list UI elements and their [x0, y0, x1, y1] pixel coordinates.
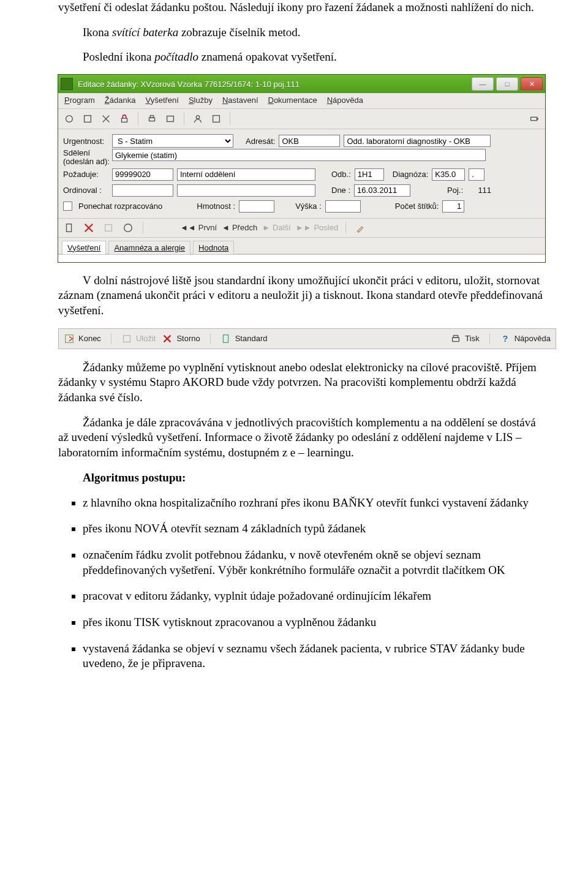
svg-point-6	[196, 116, 199, 119]
svg-rect-7	[213, 116, 220, 123]
tab-anamneza[interactable]: Anamnéza a alergie	[108, 241, 190, 254]
lock-icon[interactable]	[117, 111, 132, 126]
input-diagnoza[interactable]	[432, 168, 465, 181]
new-icon[interactable]	[62, 221, 77, 235]
toolbar-icon-1[interactable]	[62, 111, 77, 126]
input-odb[interactable]	[355, 168, 384, 181]
tab-vysetreni[interactable]: Vyšetření	[62, 241, 106, 254]
input-vyska[interactable]	[325, 200, 361, 213]
window-editace-zadanky: Editace žádanky: XVzorová Vzorka 776125/…	[58, 75, 545, 262]
toolbar-separator	[111, 333, 111, 344]
storno-icon[interactable]	[121, 221, 135, 235]
paragraph-5: Žádanky můžeme po vyplnění vytisknout an…	[58, 360, 545, 405]
svg-point-12	[124, 224, 132, 232]
label: Nápověda	[514, 334, 551, 343]
menu-napoveda[interactable]: Nápověda	[327, 96, 363, 105]
input-pocet-stitku[interactable]	[442, 200, 464, 213]
bullet-item: přes ikonu TISK vytisknout zpracovanou a…	[83, 615, 545, 630]
toolbar-icon-6[interactable]	[163, 111, 178, 126]
select-urgentnost[interactable]: S - Statim	[112, 134, 233, 148]
btn-ulozit[interactable]: Uložit	[121, 333, 156, 344]
nav-first[interactable]: ◄◄ První	[180, 223, 217, 232]
label-diagnoza: Diagnóza:	[393, 170, 429, 179]
nav-last[interactable]: ►► Posled	[296, 223, 338, 232]
toolbar-icon-8[interactable]	[209, 111, 224, 126]
menu-sluzby[interactable]: Služby	[189, 96, 213, 105]
input-ordinoval[interactable]	[112, 184, 173, 197]
btn-standard[interactable]: Standard	[221, 333, 268, 344]
brush-icon[interactable]	[353, 221, 368, 235]
toolbar-separator	[489, 333, 490, 344]
input-adresat-desc[interactable]	[344, 135, 491, 147]
svg-rect-16	[453, 338, 459, 341]
svg-rect-9	[537, 118, 538, 119]
menu-zadanka[interactable]: Žádanka	[105, 96, 136, 105]
text: Ikona	[83, 26, 112, 39]
menu-nastaveni[interactable]: Nastavení	[222, 96, 258, 105]
label: Standard	[235, 334, 268, 343]
battery-icon[interactable]	[527, 111, 541, 126]
menubar: Program Žádanka Vyšetření Služby Nastave…	[58, 93, 545, 109]
input-diagnoza-2[interactable]	[469, 168, 484, 181]
form-area: Urgentnost: S - Statim Adresát: Sdělení …	[58, 129, 545, 218]
btn-storno[interactable]: Storno	[162, 333, 200, 344]
person-icon[interactable]	[190, 111, 205, 126]
delete-icon[interactable]	[81, 221, 96, 235]
nav-next[interactable]: ► Další	[262, 223, 291, 232]
tab-bar: Vyšetření Anamnéza a alergie Hodnota	[58, 238, 545, 254]
input-ordinoval-2[interactable]	[177, 184, 315, 197]
text: Předch	[232, 223, 257, 232]
label-pozaduje: Požaduje:	[63, 170, 108, 179]
menu-program[interactable]: Program	[64, 96, 95, 105]
italic-text: počítadlo	[154, 50, 198, 63]
bullet-item: přes ikonu NOVÁ otevřít seznam 4 základn…	[83, 521, 545, 537]
save-icon[interactable]	[101, 221, 116, 235]
italic-text: svítící baterka	[112, 26, 178, 39]
btn-napoveda[interactable]: ? Nápověda	[500, 333, 551, 344]
input-adresat[interactable]	[279, 135, 340, 147]
svg-rect-3	[149, 118, 155, 121]
svg-rect-5	[167, 116, 174, 122]
titlebar[interactable]: Editace žádanky: XVzorová Vzorka 776125/…	[58, 75, 545, 93]
btn-konec[interactable]: Konec	[64, 333, 101, 344]
btn-tisk[interactable]: Tisk	[450, 333, 479, 344]
text: První	[198, 223, 217, 232]
input-pozaduje-oddeleni[interactable]	[177, 168, 315, 181]
toolbar-separator	[230, 113, 230, 125]
toolbar-editor: ◄◄ První ◄ Předch ► Další ►► Posled	[58, 218, 545, 238]
bullet-list: z hlavního okna hospitalizačního rozhran…	[58, 496, 545, 672]
input-sdeleni[interactable]	[112, 149, 486, 161]
svg-rect-10	[67, 224, 72, 232]
nav-prev[interactable]: ◄ Předch	[222, 223, 257, 232]
minimize-button[interactable]: —	[472, 77, 494, 91]
maximize-button[interactable]: □	[496, 77, 518, 91]
bottom-toolbar: Konec Uložit Storno Standard Tisk ? Nápo…	[58, 328, 556, 349]
bullet-item: pracovat v editoru žádanky, vyplnit údaj…	[83, 589, 545, 604]
toolbar-icon-2[interactable]	[80, 111, 95, 126]
label-dne: Dne :	[331, 186, 350, 195]
value-poj: 111	[467, 186, 491, 195]
input-hmotnost[interactable]	[239, 200, 274, 213]
menu-vysetreni[interactable]: Vyšetření	[145, 96, 178, 105]
toolbar-separator	[138, 113, 138, 125]
svg-text:?: ?	[502, 334, 508, 344]
svg-rect-17	[454, 335, 458, 338]
input-dne[interactable]	[354, 184, 410, 197]
menu-dokumentace[interactable]: Dokumentace	[268, 96, 317, 105]
svg-rect-11	[105, 224, 112, 231]
label-ordinoval: Ordinoval :	[63, 186, 108, 195]
label: Konec	[78, 334, 101, 343]
heading-algoritmus: Algoritmus postupu:	[58, 470, 545, 486]
close-button[interactable]: ✕	[521, 77, 543, 91]
printer-icon[interactable]	[145, 111, 159, 126]
toolbar-icon-3[interactable]	[99, 111, 113, 126]
checkbox-ponechat[interactable]	[63, 202, 72, 211]
svg-rect-15	[223, 334, 228, 342]
label-pocet-stitku: Počet štítků:	[395, 202, 439, 211]
paragraph-1: vyšetření či odeslat žádanku poštou. Nás…	[58, 0, 545, 15]
input-pozaduje-kod[interactable]	[112, 168, 173, 181]
tab-label: Anamnéza a alergie	[114, 243, 185, 252]
svg-point-0	[66, 116, 73, 123]
tab-hodnota[interactable]: Hodnota	[193, 241, 234, 254]
toolbar-separator	[210, 333, 211, 344]
